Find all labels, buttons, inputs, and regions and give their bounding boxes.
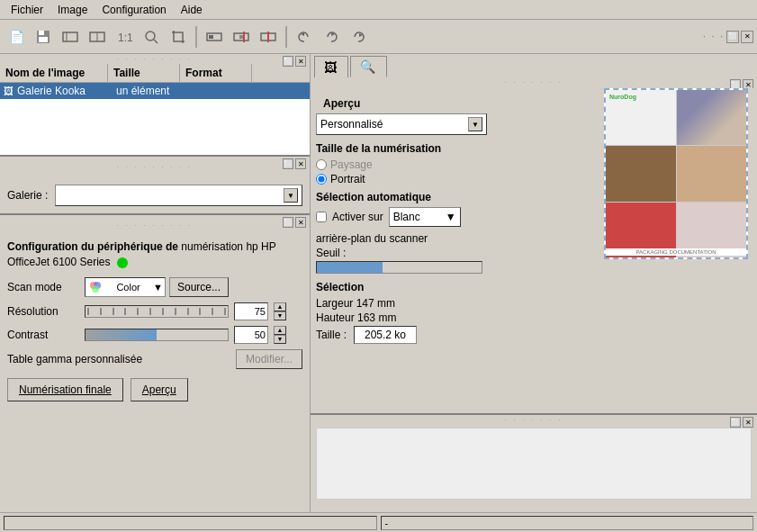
right-top-dots: · · · · · · ·	[505, 79, 563, 86]
col-taille: Taille	[108, 64, 180, 82]
menu-configuration[interactable]: Configuration	[95, 2, 173, 18]
file-panel-close[interactable]: ✕	[295, 56, 306, 67]
resolution-slider[interactable]	[85, 305, 229, 318]
statusbar: -	[0, 512, 757, 532]
gamma-label: Table gamma personnalisée	[7, 353, 230, 365]
menu-fichier[interactable]: Fichier	[4, 2, 50, 18]
apercu-controls: Aperçu Personnalisé ▼ Taille de la numér…	[311, 88, 495, 413]
scan-mode-label: Scan mode	[7, 281, 79, 293]
col-format: Format	[180, 64, 252, 82]
gallery-dropdown-arrow[interactable]: ▼	[284, 188, 298, 203]
preview-grid: NuroDog	[606, 90, 746, 257]
source-button[interactable]: Source...	[169, 277, 229, 297]
preset-value: Personnalisé	[320, 118, 383, 131]
contrast-label: Contrast	[7, 329, 79, 341]
preview-caption: PACKAGING DOCUMENTATION	[606, 248, 746, 256]
toolbar-crop[interactable]	[166, 24, 191, 50]
toolbar-save[interactable]	[31, 24, 56, 50]
toolbar-btn3[interactable]	[85, 24, 110, 50]
toolbar-scan3[interactable]	[256, 24, 281, 50]
activer-label: Activer sur	[332, 211, 383, 223]
svg-point-8	[146, 32, 155, 41]
file-panel-controls: ⬜ ✕	[283, 56, 306, 67]
resolution-up[interactable]: ▲	[274, 302, 286, 311]
action-row: Numérisation finale Aperçu	[7, 378, 302, 401]
portrait-row: Portrait	[316, 173, 490, 185]
toolbar-scan1[interactable]	[202, 24, 227, 50]
toolbar-undo2[interactable]	[319, 24, 344, 50]
col-nom: Nom de l'image	[0, 64, 108, 82]
largeur-label: Largeur 147 mm	[316, 297, 490, 310]
svg-rect-1	[39, 31, 44, 35]
file-list: 🖼 Galerie Kooka un élément	[0, 83, 310, 155]
tab-scan[interactable]: 🔍	[350, 56, 387, 77]
final-scan-button[interactable]: Numérisation finale	[7, 378, 123, 401]
toolbar-resize[interactable]: ⬜	[726, 31, 739, 43]
paysage-row: Paysage	[316, 158, 490, 171]
resolution-input[interactable]: 75	[234, 302, 268, 320]
right-bottom-controls: ⬜ ✕	[730, 417, 753, 428]
tab-gallery[interactable]: 🖼	[314, 56, 348, 77]
seuil-slider[interactable]	[316, 261, 482, 274]
toolbar-close[interactable]: ✕	[741, 31, 753, 43]
preview-cell-4	[677, 146, 747, 201]
menu-aide[interactable]: Aide	[174, 2, 210, 18]
gallery-select-wrapper[interactable]: ▼	[55, 185, 302, 206]
taille-value: 205.2 ko	[354, 326, 417, 344]
scan-mode-arrow: ▼	[153, 282, 163, 293]
toolbar-new[interactable]: 📄	[4, 24, 29, 50]
preset-arrow[interactable]: ▼	[468, 117, 482, 131]
portrait-radio[interactable]	[316, 174, 327, 185]
hauteur-label: Hauteur 163 mm	[316, 311, 490, 324]
gallery-row: Galerie : ▼	[7, 185, 302, 206]
toolbar-redo[interactable]	[346, 24, 371, 50]
preview-image-area: NuroDog PACKAGING DOCUMENTATION	[495, 88, 757, 413]
paysage-label: Paysage	[330, 158, 373, 171]
toolbar-undo1[interactable]	[292, 24, 317, 50]
gallery-panel-close[interactable]: ✕	[295, 158, 306, 169]
config-panel-close[interactable]: ✕	[295, 217, 306, 228]
scan-mode-select[interactable]: Color ▼	[85, 277, 166, 297]
gallery-select[interactable]: ▼	[55, 185, 302, 206]
resolution-down[interactable]: ▼	[274, 311, 286, 320]
contrast-input[interactable]: 50	[234, 326, 268, 344]
right-panel: 🖼 🔍 · · · · · · · ⬜ ✕ Aperçu Personnalis…	[311, 54, 757, 512]
contrast-up[interactable]: ▲	[274, 326, 286, 335]
toolbar-scan2[interactable]	[229, 24, 254, 50]
toolbar-zoom[interactable]	[139, 24, 164, 50]
selection-section: Sélection Largeur 147 mm Hauteur 163 mm …	[316, 281, 490, 344]
taille-row: Taille : 205.2 ko	[316, 326, 490, 344]
right-bottom-panel: · · · · · · · ⬜ ✕	[311, 415, 757, 512]
contrast-spinners: ▲ ▼	[274, 326, 286, 344]
preset-select[interactable]: Personnalisé ▼	[316, 113, 487, 135]
apercu-button[interactable]: Aperçu	[131, 378, 188, 401]
scanner-preview-box[interactable]: NuroDog PACKAGING DOCUMENTATION	[604, 88, 748, 259]
config-panel: · · · · · · · · · ⬜ ✕ Configuration du p…	[0, 215, 310, 512]
file-panel-resize[interactable]: ⬜	[283, 56, 293, 67]
contrast-slider[interactable]	[85, 329, 229, 341]
right-bottom-resize[interactable]: ⬜	[730, 417, 741, 428]
file-size: un élément	[116, 85, 188, 97]
right-bottom-close[interactable]: ✕	[743, 417, 753, 428]
scan-tab-icon: 🔍	[360, 59, 375, 74]
activer-checkbox[interactable]	[316, 212, 327, 222]
config-panel-resize[interactable]: ⬜	[283, 217, 293, 228]
file-list-panel: · · · · · · · · · ⬜ ✕ Nom de l'image Tai…	[0, 54, 310, 157]
file-panel-dots: · · · · · · · · ·	[0, 54, 310, 64]
menu-image[interactable]: Image	[50, 2, 95, 18]
menubar: Fichier Image Configuration Aide	[0, 0, 757, 20]
gallery-panel-resize[interactable]: ⬜	[283, 158, 293, 169]
toolbar-btn2[interactable]	[58, 24, 83, 50]
paysage-radio[interactable]	[316, 159, 327, 170]
left-panel: · · · · · · · · · ⬜ ✕ Nom de l'image Tai…	[0, 54, 311, 512]
blanc-select[interactable]: Blanc ▼	[389, 207, 461, 227]
contrast-down[interactable]: ▼	[274, 335, 286, 344]
seuil-fill	[317, 262, 383, 273]
svg-rect-11	[209, 35, 213, 39]
table-row[interactable]: 🖼 Galerie Kooka un élément	[0, 83, 310, 99]
toolbar-btn4[interactable]: 1:1	[112, 24, 137, 50]
scan-mode-value: Color	[116, 282, 140, 293]
modif-button[interactable]: Modifier...	[236, 349, 302, 369]
seuil-label: Seuil :	[316, 247, 490, 259]
file-list-header: Nom de l'image Taille Format	[0, 64, 310, 83]
